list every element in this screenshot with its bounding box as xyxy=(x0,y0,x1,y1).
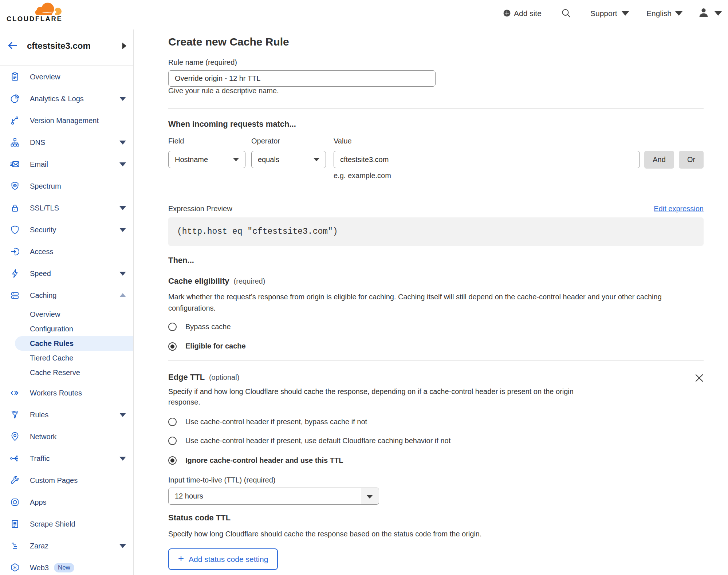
svg-text:CLOUDFLARE: CLOUDFLARE xyxy=(7,15,62,23)
